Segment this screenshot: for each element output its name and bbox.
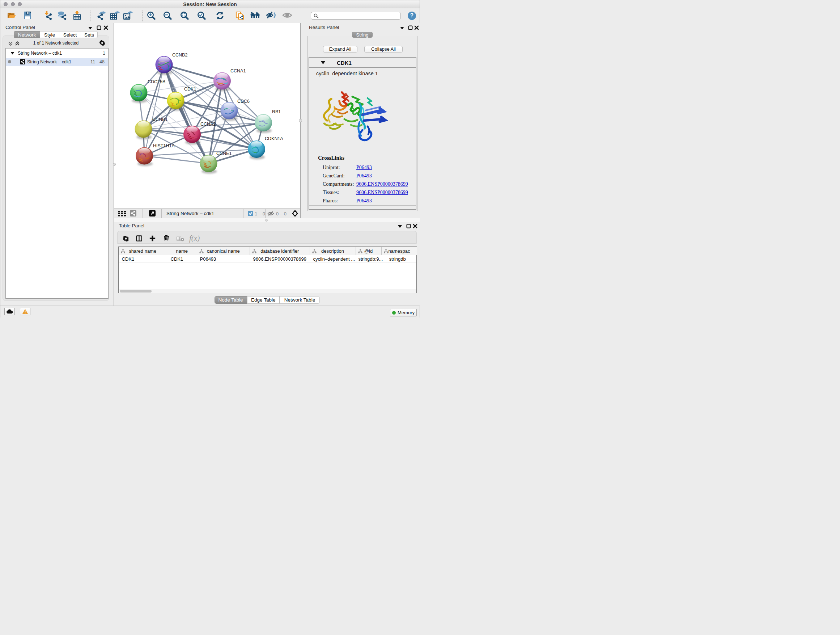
svg-text:CCNB1: CCNB1 — [152, 117, 167, 122]
svg-text:CCNE1: CCNE1 — [216, 151, 232, 156]
svg-text:CDKN1A: CDKN1A — [265, 136, 283, 141]
svg-text:HIST1H1A: HIST1H1A — [153, 143, 175, 149]
svg-text:CDC25B: CDC25B — [148, 79, 165, 84]
svg-text:CCNA2: CCNA2 — [201, 122, 216, 127]
svg-text:CDK1: CDK1 — [184, 87, 196, 92]
svg-text:CDC6: CDC6 — [237, 99, 249, 104]
svg-text:CCNA1: CCNA1 — [231, 68, 246, 73]
svg-text:CCNB2: CCNB2 — [172, 52, 187, 57]
svg-text:RB1: RB1 — [272, 109, 281, 114]
